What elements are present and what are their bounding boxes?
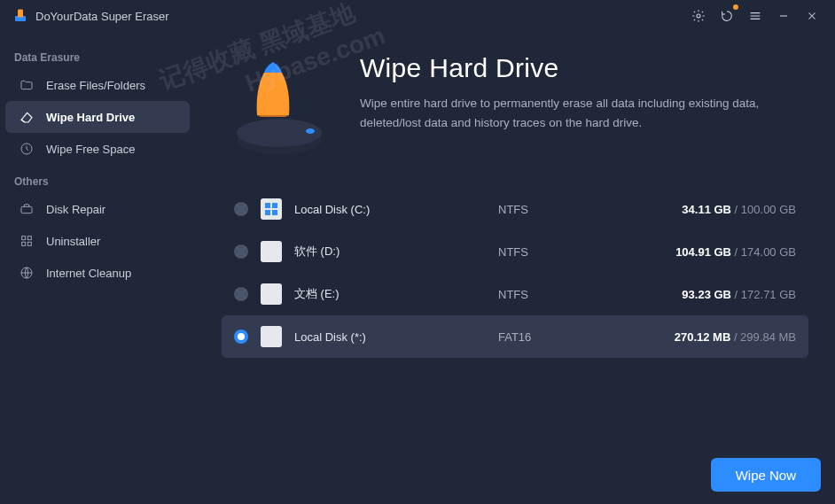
svg-point-2 [697, 14, 700, 18]
sidebar-item-label: Disk Repair [46, 203, 105, 216]
drive-list: Local Disk (C:)NTFS34.11 GB / 100.00 GB软… [222, 188, 808, 358]
drive-row[interactable]: 软件 (D:)NTFS104.91 GB / 174.00 GB [222, 230, 808, 273]
drive-size: 34.11 GB / 100.00 GB [622, 203, 796, 216]
drive-row[interactable]: Local Disk (C:)NTFS34.11 GB / 100.00 GB [222, 188, 808, 230]
hero-brush-drive-icon [222, 53, 337, 168]
folder-icon [18, 76, 35, 94]
drive-size: 270.12 MB / 299.84 MB [622, 330, 796, 344]
menu-icon[interactable] [745, 5, 766, 27]
grid-icon [18, 232, 35, 250]
drive-name: 软件 (D:) [294, 244, 498, 260]
sidebar-item-label: Uninstaller [46, 235, 100, 248]
sidebar-item-label: Wipe Hard Drive [46, 111, 135, 124]
drive-size: 104.91 GB / 174.00 GB [622, 245, 796, 259]
radio-icon[interactable] [234, 330, 248, 344]
clock-icon [18, 140, 35, 158]
svg-rect-4 [21, 206, 32, 213]
svg-rect-5 [22, 236, 26, 240]
page-description: Wipe entire hard drive to permanently er… [360, 94, 776, 132]
drive-name: Local Disk (*:) [294, 330, 498, 344]
drive-filesystem: NTFS [498, 203, 622, 216]
sidebar-item-label: Internet Cleanup [46, 267, 131, 280]
update-icon[interactable] [716, 5, 737, 27]
svg-rect-8 [27, 242, 31, 245]
sidebar-group-others: Others [0, 165, 195, 193]
drive-icon [261, 283, 282, 305]
sidebar-item-wipe-free-space[interactable]: Wipe Free Space [5, 133, 190, 165]
sidebar-item-label: Wipe Free Space [46, 143, 135, 156]
sidebar-group-data-erasure: Data Erasure [0, 41, 195, 69]
settings-gear-icon[interactable] [688, 5, 709, 27]
app-title: DoYourData Super Eraser [35, 10, 681, 23]
drive-icon [261, 326, 282, 347]
toolbox-icon [18, 200, 35, 218]
drive-filesystem: FAT16 [498, 330, 622, 344]
svg-rect-6 [27, 236, 31, 240]
svg-point-12 [306, 128, 315, 134]
drive-icon [261, 198, 282, 220]
main-content: Wipe Hard Drive Wipe entire hard drive t… [195, 32, 835, 504]
sidebar-item-wipe-drive[interactable]: Wipe Hard Drive [5, 101, 190, 133]
globe-icon [18, 264, 35, 282]
radio-icon[interactable] [234, 202, 248, 216]
drive-filesystem: NTFS [498, 245, 622, 259]
drive-row[interactable]: Local Disk (*:)FAT16270.12 MB / 299.84 M… [222, 315, 808, 358]
drive-size: 93.23 GB / 172.71 GB [622, 288, 796, 301]
titlebar: DoYourData Super Eraser [0, 0, 835, 32]
sidebar-item-disk-repair[interactable]: Disk Repair [5, 193, 190, 225]
page-title: Wipe Hard Drive [360, 53, 776, 83]
drive-name: 文档 (E:) [294, 286, 498, 302]
svg-rect-1 [18, 10, 23, 18]
drive-name: Local Disk (C:) [294, 203, 498, 216]
sidebar: Data Erasure Erase Files/Folders Wipe Ha… [0, 32, 195, 504]
close-button[interactable] [801, 5, 823, 27]
drive-filesystem: NTFS [498, 288, 622, 301]
radio-icon[interactable] [234, 287, 248, 301]
sidebar-item-uninstaller[interactable]: Uninstaller [5, 225, 190, 257]
sidebar-item-label: Erase Files/Folders [46, 79, 145, 92]
drive-row[interactable]: 文档 (E:)NTFS93.23 GB / 172.71 GB [222, 273, 808, 315]
sidebar-item-erase-files[interactable]: Erase Files/Folders [5, 69, 190, 101]
svg-rect-7 [22, 242, 26, 245]
sidebar-item-internet-cleanup[interactable]: Internet Cleanup [5, 257, 190, 289]
wipe-now-button[interactable]: Wipe Now [711, 458, 821, 492]
drive-icon [261, 241, 282, 262]
eraser-icon [18, 108, 35, 126]
hero: Wipe Hard Drive Wipe entire hard drive t… [222, 53, 808, 168]
radio-icon[interactable] [234, 244, 248, 259]
minimize-button[interactable] [773, 5, 794, 27]
app-logo-icon [12, 8, 28, 24]
